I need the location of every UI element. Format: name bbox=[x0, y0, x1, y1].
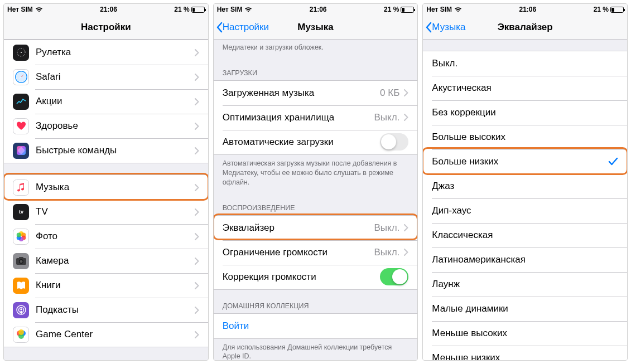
sound-check-toggle[interactable] bbox=[380, 268, 408, 285]
eq-option-label: Больше высоких bbox=[432, 132, 618, 143]
eq-option[interactable]: Без коррекции bbox=[423, 100, 627, 125]
back-button[interactable]: Настройки bbox=[214, 22, 269, 33]
chevron-right-icon bbox=[195, 123, 199, 130]
battery-icon bbox=[191, 7, 205, 13]
playback-header: ВОСПРОИЗВЕДЕНИЕ bbox=[214, 192, 418, 215]
carrier-label: Нет SIM bbox=[7, 6, 33, 13]
nav-bar: Настройки bbox=[4, 15, 208, 40]
chevron-right-icon bbox=[195, 74, 199, 81]
settings-row-photos[interactable]: Фото bbox=[4, 224, 208, 249]
safari-icon bbox=[13, 69, 29, 85]
settings-row-music[interactable]: Музыка bbox=[4, 175, 208, 200]
books-icon bbox=[13, 278, 29, 294]
camera-icon bbox=[13, 253, 29, 269]
row-label: Загруженная музыка bbox=[223, 88, 380, 99]
measure-icon bbox=[13, 45, 29, 61]
row-label: Подкасты bbox=[36, 304, 195, 316]
eq-option[interactable]: Больше высоких bbox=[423, 125, 627, 149]
chevron-right-icon bbox=[404, 89, 408, 96]
page-title: Настройки bbox=[4, 22, 208, 33]
eq-option[interactable]: Дип-хаус bbox=[423, 198, 627, 223]
row-label: Акции bbox=[36, 96, 195, 107]
settings-row-shortcuts[interactable]: Быстрые команды bbox=[4, 138, 208, 163]
clock-label: 21:06 bbox=[100, 6, 117, 13]
settings-row-podcasts[interactable]: Подкасты bbox=[4, 298, 208, 322]
music-settings-list[interactable]: Медиатеки и загрузки обложек. ЗАГРУЗКИ З… bbox=[214, 40, 418, 360]
settings-list[interactable]: РулеткаSafariАкцииЗдоровьеБыстрые команд… bbox=[4, 40, 208, 360]
row-label: Game Center bbox=[36, 329, 195, 340]
equalizer-row[interactable]: Эквалайзер Выкл. bbox=[214, 216, 418, 240]
chevron-right-icon bbox=[195, 233, 199, 240]
eq-option-label: Меньше низких bbox=[432, 352, 618, 360]
row-label: Оптимизация хранилища bbox=[223, 112, 374, 123]
row-label: TV bbox=[36, 206, 195, 217]
settings-row-gamecenter[interactable]: Game Center bbox=[4, 322, 208, 347]
carrier-label: Нет SIM bbox=[217, 6, 243, 13]
back-label: Настройки bbox=[223, 22, 269, 33]
automatic-downloads-row[interactable]: Автоматические загрузки bbox=[214, 130, 418, 154]
wifi-icon bbox=[244, 7, 252, 12]
settings-row-measure[interactable]: Рулетка bbox=[4, 40, 208, 65]
eq-option-label: Акустическая bbox=[432, 82, 618, 94]
eq-option-label: Меньше высоких bbox=[432, 328, 618, 339]
chevron-right-icon bbox=[195, 331, 199, 338]
battery-pct-label: 21 % bbox=[384, 6, 399, 13]
health-icon bbox=[13, 118, 29, 134]
eq-option-label: Без коррекции bbox=[432, 107, 618, 118]
eq-option[interactable]: Малые динамики bbox=[423, 297, 627, 321]
chevron-right-icon bbox=[404, 224, 408, 231]
equalizer-screen: Нет SIM 21:06 21 % Музыка Эквалайзер Вык… bbox=[422, 3, 628, 361]
row-label: Коррекция громкости bbox=[223, 271, 380, 283]
clock-label: 21:06 bbox=[310, 6, 327, 13]
settings-row-books[interactable]: Книги bbox=[4, 273, 208, 298]
signin-row[interactable]: Войти bbox=[214, 314, 418, 338]
settings-row-tv[interactable]: tvTV bbox=[4, 200, 208, 224]
eq-option[interactable]: Акустическая bbox=[423, 76, 627, 100]
row-label: Камера bbox=[36, 255, 195, 266]
row-value: Выкл. bbox=[374, 247, 400, 258]
eq-option-label: Дип-хаус bbox=[432, 205, 618, 216]
battery-pct-label: 21 % bbox=[174, 6, 189, 13]
shortcuts-icon bbox=[13, 143, 29, 159]
home-sharing-header: ДОМАШНЯЯ КОЛЛЕКЦИЯ bbox=[214, 290, 418, 313]
row-label: Safari bbox=[36, 71, 195, 82]
eq-option[interactable]: Меньше высоких bbox=[423, 321, 627, 346]
stocks-icon bbox=[13, 94, 29, 110]
equalizer-list[interactable]: Выкл.АкустическаяБез коррекцииБольше выс… bbox=[423, 40, 627, 360]
photos-icon bbox=[13, 229, 29, 245]
eq-option[interactable]: Классическая bbox=[423, 223, 627, 247]
settings-row-stocks[interactable]: Акции bbox=[4, 89, 208, 114]
chevron-right-icon bbox=[195, 98, 199, 105]
eq-option[interactable]: Выкл. bbox=[423, 51, 627, 76]
eq-option[interactable]: Латиноамериканская bbox=[423, 247, 627, 272]
settings-row-safari[interactable]: Safari bbox=[4, 65, 208, 89]
eq-option[interactable]: Джаз bbox=[423, 174, 627, 198]
wifi-icon bbox=[454, 7, 462, 12]
eq-option[interactable]: Больше низких bbox=[423, 149, 627, 174]
chevron-right-icon bbox=[195, 49, 199, 56]
auto-downloads-toggle[interactable] bbox=[380, 133, 408, 151]
optimize-storage-row[interactable]: Оптимизация хранилища Выкл. bbox=[214, 105, 418, 130]
chevron-right-icon bbox=[195, 258, 199, 265]
volume-limit-row[interactable]: Ограничение громкости Выкл. bbox=[214, 240, 418, 265]
row-label: Фото bbox=[36, 231, 195, 242]
svg-point-17 bbox=[16, 233, 21, 237]
nav-bar: Настройки Музыка bbox=[214, 15, 418, 40]
chevron-right-icon bbox=[195, 208, 199, 216]
downloads-header: ЗАГРУЗКИ bbox=[214, 57, 418, 80]
tv-icon: tv bbox=[13, 204, 29, 220]
back-button[interactable]: Музыка bbox=[423, 22, 465, 33]
settings-row-camera[interactable]: Камера bbox=[4, 249, 208, 273]
eq-option[interactable]: Лаунж bbox=[423, 272, 627, 297]
chevron-right-icon bbox=[195, 307, 199, 314]
back-label: Музыка bbox=[432, 22, 465, 33]
chevron-right-icon bbox=[195, 184, 199, 191]
downloaded-music-row[interactable]: Загруженная музыка 0 КБ bbox=[214, 81, 418, 105]
svg-rect-19 bbox=[19, 257, 23, 259]
sound-check-row[interactable]: Коррекция громкости bbox=[214, 265, 418, 289]
eq-option[interactable]: Меньше низких bbox=[423, 346, 627, 360]
settings-row-health[interactable]: Здоровье bbox=[4, 114, 208, 138]
eq-option-label: Латиноамериканская bbox=[432, 254, 618, 265]
battery-icon bbox=[610, 7, 624, 13]
status-bar: Нет SIM 21:06 21 % bbox=[214, 4, 418, 15]
